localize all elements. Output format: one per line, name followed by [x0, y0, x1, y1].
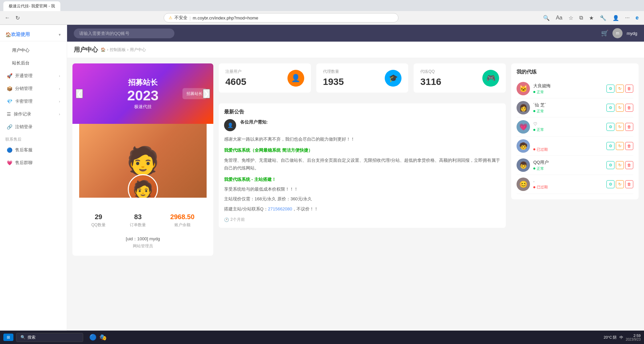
agent-delete-button[interactable]: 🗑 [625, 161, 633, 169]
banner-prev-button[interactable]: ❮ [76, 89, 83, 98]
agent-settings-button[interactable]: ⚙ [606, 123, 614, 131]
cart-icon[interactable]: 🛒 [601, 30, 608, 37]
agent-settings-button[interactable]: ⚙ [606, 161, 614, 169]
sidebar-item-group-chat[interactable]: 💗 售后群聊 [0, 156, 67, 169]
agent-name: QQ用户 [533, 159, 603, 165]
heart-icon: 💗 [7, 160, 12, 165]
user-avatar[interactable]: m [612, 28, 623, 38]
proxy-qq-value: 3116 [420, 77, 441, 87]
security-warning: ⚠ [169, 15, 172, 20]
agent-refresh-button[interactable]: ↻ [616, 161, 624, 169]
profile-btn[interactable]: 👤 [610, 13, 621, 22]
taskbar-search[interactable]: 🔍 搜索 [16, 333, 83, 342]
announcement-text-3-body: 享受系统给与的最低成本价权限！！！ [224, 185, 500, 193]
agent-settings-button[interactable]: ⚙ [606, 142, 614, 150]
search-icon-btn[interactable]: 🔍 [541, 13, 552, 22]
sidebar-item-admin-backend[interactable]: 站长后台 [0, 57, 67, 69]
sidebar-item-user-center[interactable]: 用户中心 [0, 44, 67, 57]
agent-refresh-button[interactable]: ↻ [616, 142, 624, 150]
font-btn[interactable]: Aa [554, 13, 565, 22]
agents-label: 代理数量 [323, 69, 344, 75]
sidebar: 🏠 欢迎使用 ▼ 用户中心 站长后台 🚀 开通管理 › 📦 分销管理 › 💎 卡… [0, 25, 67, 342]
agent-info: · 已过期 [533, 179, 603, 190]
registered-value: 4605 [225, 77, 246, 87]
more-btn[interactable]: ··· [623, 13, 632, 22]
agent-settings-button[interactable]: ⚙ [606, 104, 614, 112]
page-title: 用户中心 [74, 46, 98, 54]
agent-delete-button[interactable]: 🗑 [625, 180, 633, 188]
agent-delete-button[interactable]: 🗑 [625, 123, 633, 131]
balance-stat: 2968.50 账户余额 [170, 213, 195, 228]
edge-icon[interactable]: e [634, 13, 641, 22]
status-dot [533, 91, 535, 93]
agent-avatar: 💗 [517, 120, 530, 134]
agent-refresh-button[interactable]: ↻ [616, 123, 624, 131]
user-stat-icon: 👤 [287, 70, 304, 87]
stat-card-proxy-qq: 代练QQ 3116 🎮 [414, 63, 506, 93]
taskbar-weather: 20°C 阴 [604, 335, 617, 340]
breadcrumb-control[interactable]: 控制面板 [110, 47, 126, 53]
taskbar-edge-icon[interactable]: 🔵 [89, 334, 97, 341]
proxy-qq-label: 代练QQ [420, 69, 441, 75]
agent-name: ´仙 芝` [533, 102, 603, 108]
agent-item: 👦 QQ用户 正常 ⚙ ↻ 🗑 [517, 156, 633, 175]
security-label: 不安全 [174, 15, 187, 21]
sidebar-item-customer-service[interactable]: 🔵 售后客服 [0, 144, 67, 156]
announcement-price: 主站现价仅需：168元/永久 原价：360元/永久 [224, 195, 500, 203]
sidebar-item-open-management[interactable]: 🚀 开通管理 › [0, 69, 67, 82]
address-bar[interactable]: ⚠ 不安全 | m.coybr.cn/index.php?mod=home [164, 13, 398, 22]
agent-settings-button[interactable]: ⚙ [606, 180, 614, 188]
refresh-button[interactable]: ↻ [14, 13, 21, 22]
agent-refresh-button[interactable]: ↻ [616, 180, 624, 188]
sidebar-item-logout[interactable]: 🔗 注销登录 [0, 120, 67, 133]
profile-uid: [uid：1000] mydg [79, 236, 207, 242]
username-label: mydg [627, 31, 637, 36]
time-icon: 🕐 [224, 217, 229, 222]
agent-name: ♡ [533, 121, 603, 127]
agent-name [533, 140, 603, 146]
agent-stat-icon: 🎓 [385, 70, 401, 87]
order-count-value: 83 [130, 213, 146, 221]
chevron-right-icon-3: › [59, 100, 60, 103]
balance-value: 2968.50 [170, 213, 195, 221]
contact-qq-link[interactable]: 2715662080 [268, 206, 292, 211]
tab-btn[interactable]: ⧉ [577, 13, 585, 22]
breadcrumb-home-icon[interactable]: 🏠 [101, 47, 106, 52]
announcement-text-2-body: 免管理、免维护、无需建站、自己做站长、后台支持全页面自定义设置、无限招收代理/分… [224, 156, 500, 172]
agent-info: ♡ 正常 [533, 121, 603, 132]
favorite-btn[interactable]: ☆ [567, 13, 575, 22]
announcement-title: 最新公告 [224, 109, 500, 115]
status-text: 已过期 [537, 147, 548, 152]
agent-actions: ⚙ ↻ 🗑 [606, 180, 633, 188]
back-button[interactable]: ← [3, 13, 11, 22]
browser-tab[interactable]: 极速云代挂- 我爱官网 - 我 [3, 1, 60, 11]
sidebar-item-card-management[interactable]: 💎 卡密管理 › [0, 95, 67, 108]
agent-status: 正常 [533, 90, 603, 95]
agent-settings-button[interactable]: ⚙ [606, 85, 614, 93]
agent-delete-button[interactable]: 🗑 [625, 85, 633, 93]
search-label: 搜索 [28, 335, 36, 340]
chevron-right-icon: › [59, 74, 60, 78]
sidebar-welcome-header[interactable]: 🏠 欢迎使用 ▼ [0, 28, 67, 41]
banner-next-button[interactable]: ❯ [203, 89, 210, 98]
agent-refresh-button[interactable]: ↻ [616, 85, 624, 93]
agent-item: 😊 · 已过期 ⚙ ↻ 🗑 [517, 175, 633, 194]
announcement-text-3-title: 我爱代练系统 - 主站搭建！ [224, 176, 500, 183]
logout-icon: 🔗 [7, 124, 12, 130]
agent-delete-button[interactable]: 🗑 [625, 142, 633, 150]
start-button[interactable]: ⊞ [3, 334, 13, 341]
profile-role: 网站管理员 [79, 243, 207, 249]
diamond-icon: 💎 [7, 99, 12, 104]
extensions-btn[interactable]: 🔧 [598, 13, 608, 22]
taskbar-app-icon[interactable]: 🎭 [99, 334, 107, 341]
agents-card: 我的代练 🐱 大良媳悔 正常 ⚙ ↻ 🗑 👩 ´仙 芝` [511, 63, 639, 199]
agent-refresh-button[interactable]: ↻ [616, 104, 624, 112]
agent-item: 🐱 大良媳悔 正常 ⚙ ↻ 🗑 [517, 79, 633, 98]
sidebar-item-distribution[interactable]: 📦 分销管理 › [0, 82, 67, 95]
sidebar-item-operation-log[interactable]: ☰ 操作记录 › [0, 108, 67, 120]
agent-actions: ⚙ ↻ 🗑 [606, 104, 633, 112]
qq-search-input[interactable] [74, 29, 174, 38]
announcement-contact: 搭建主站/分站联系Q：2715662080，不议价！！ [224, 205, 500, 213]
collections-btn[interactable]: ★ [587, 13, 596, 22]
agent-delete-button[interactable]: 🗑 [625, 104, 633, 112]
